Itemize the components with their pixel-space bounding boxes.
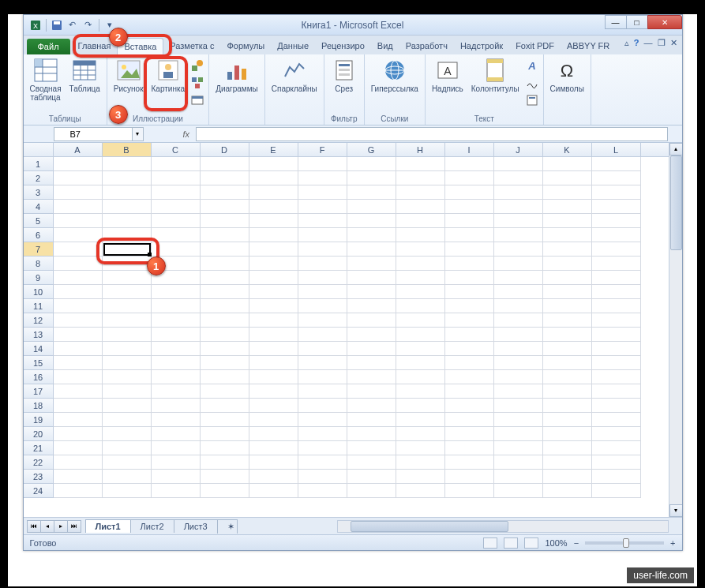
help-icon[interactable]: ?: [634, 38, 639, 48]
cell[interactable]: [103, 228, 152, 242]
cell[interactable]: [347, 441, 396, 455]
cell[interactable]: [592, 271, 641, 285]
cell[interactable]: [103, 441, 152, 455]
cell[interactable]: [543, 470, 592, 484]
cell[interactable]: [298, 171, 347, 185]
cell[interactable]: [201, 484, 249, 498]
cell[interactable]: [543, 356, 592, 370]
cell[interactable]: [347, 342, 396, 356]
cell[interactable]: [543, 185, 592, 200]
cell[interactable]: [54, 285, 103, 299]
cell[interactable]: [494, 285, 543, 299]
cell[interactable]: [347, 484, 396, 498]
vertical-scrollbar[interactable]: ▴ ▾: [669, 143, 682, 517]
cell[interactable]: [298, 271, 347, 285]
slicer-button[interactable]: Срез: [328, 56, 361, 95]
ribbon-tab-5[interactable]: Рецензиро: [315, 38, 371, 54]
cell[interactable]: [103, 200, 152, 214]
cell[interactable]: [152, 242, 201, 257]
cell[interactable]: [543, 313, 592, 328]
formula-bar[interactable]: [196, 127, 667, 141]
row-header[interactable]: 20: [24, 427, 54, 441]
ribbon-tab-2[interactable]: Разметка с: [163, 38, 220, 54]
cell[interactable]: [396, 228, 445, 242]
sheet-nav-first[interactable]: ⏮: [27, 520, 41, 533]
cell[interactable]: [347, 271, 396, 285]
cell[interactable]: [396, 285, 445, 299]
textbox-button[interactable]: A Надпись: [429, 56, 467, 95]
sheet-nav-next[interactable]: ▸: [54, 520, 68, 533]
cell[interactable]: [152, 328, 201, 342]
cell[interactable]: [54, 441, 103, 455]
cell[interactable]: [201, 214, 249, 228]
cell[interactable]: [201, 228, 249, 242]
cell[interactable]: [445, 285, 494, 299]
cell[interactable]: [298, 313, 347, 328]
cell[interactable]: [249, 185, 298, 200]
doc-close-icon[interactable]: ✕: [670, 38, 677, 48]
row-header[interactable]: 5: [24, 214, 54, 228]
cell[interactable]: [54, 214, 103, 228]
cell[interactable]: [152, 200, 201, 214]
cell[interactable]: [298, 214, 347, 228]
cell[interactable]: [396, 200, 445, 214]
cell[interactable]: [592, 484, 641, 498]
cell[interactable]: [347, 470, 396, 484]
cell[interactable]: [298, 370, 347, 384]
cell[interactable]: [54, 157, 103, 171]
cell[interactable]: [543, 384, 592, 399]
cell[interactable]: [54, 328, 103, 342]
cell[interactable]: [103, 484, 152, 498]
cell[interactable]: [543, 285, 592, 299]
cell[interactable]: [201, 285, 249, 299]
cell[interactable]: [396, 384, 445, 399]
cell[interactable]: [103, 214, 152, 228]
cell[interactable]: [396, 370, 445, 384]
cell[interactable]: [298, 285, 347, 299]
scroll-up-button[interactable]: ▴: [669, 143, 682, 155]
zoom-level[interactable]: 100%: [545, 538, 567, 548]
cell[interactable]: [152, 484, 201, 498]
row-header[interactable]: 2: [24, 171, 54, 185]
row-header[interactable]: 1: [24, 157, 54, 171]
cell[interactable]: [103, 271, 152, 285]
excel-icon[interactable]: X: [28, 18, 43, 32]
cell[interactable]: [494, 271, 543, 285]
cell[interactable]: [494, 185, 543, 200]
cell[interactable]: [396, 356, 445, 370]
ribbon-tab-3[interactable]: Формулы: [220, 38, 271, 54]
cell[interactable]: [249, 328, 298, 342]
sheet-tab[interactable]: Лист3: [174, 519, 218, 533]
cell[interactable]: [445, 242, 494, 257]
cell[interactable]: [543, 441, 592, 455]
cell[interactable]: [445, 214, 494, 228]
name-box-dropdown[interactable]: ▾: [133, 127, 144, 141]
cell[interactable]: [347, 370, 396, 384]
cell[interactable]: [543, 257, 592, 271]
cell[interactable]: [201, 441, 249, 455]
cell[interactable]: [152, 470, 201, 484]
ribbon-tab-6[interactable]: Вид: [371, 38, 399, 54]
cell[interactable]: [543, 200, 592, 214]
cell[interactable]: [201, 271, 249, 285]
ribbon-tab-9[interactable]: Foxit PDF: [509, 38, 561, 54]
cell[interactable]: [103, 455, 152, 470]
cell[interactable]: [249, 413, 298, 427]
cell[interactable]: [103, 399, 152, 413]
cell[interactable]: [152, 185, 201, 200]
cell[interactable]: [54, 185, 103, 200]
column-header[interactable]: C: [152, 143, 201, 156]
object-icon[interactable]: [524, 92, 540, 108]
cell[interactable]: [445, 384, 494, 399]
row-header[interactable]: 23: [24, 470, 54, 484]
cell[interactable]: [152, 171, 201, 185]
cell[interactable]: [201, 185, 249, 200]
cell[interactable]: [201, 356, 249, 370]
page-break-view-button[interactable]: [524, 537, 538, 549]
row-header[interactable]: 10: [24, 285, 54, 299]
cell[interactable]: [347, 200, 396, 214]
cell[interactable]: [592, 470, 641, 484]
symbols-button[interactable]: Ω Символы: [547, 56, 587, 95]
cell[interactable]: [54, 455, 103, 470]
undo-icon[interactable]: ↶: [66, 18, 80, 32]
